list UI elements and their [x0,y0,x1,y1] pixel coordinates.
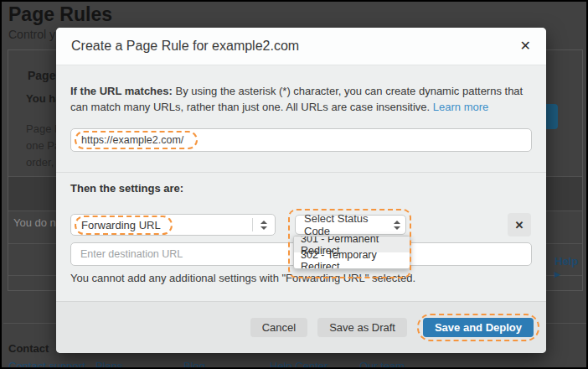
section-divider [56,172,546,173]
status-code-placeholder: Select Status Code [304,212,389,237]
remove-setting-button[interactable]: ✕ [508,213,531,236]
url-pattern-input[interactable]: https://example2.com/ [70,128,532,152]
modal-body: If the URL matches: By using the asteris… [56,65,546,301]
save-as-draft-button[interactable]: Save as Draft [317,318,407,337]
setting-type-select[interactable]: Forwarding URL [70,214,276,236]
settings-heading: Then the settings are: [70,182,183,195]
status-code-select[interactable]: Select Status Code [295,215,406,235]
help-link: Help ▸ [554,255,582,280]
annotation-save-and-deploy: Save and Deploy [417,314,539,341]
empty-state-text: You do n [13,216,56,229]
url-match-label: If the URL matches: [70,85,173,97]
footer-link-plans: Plans [95,360,123,369]
save-and-deploy-button[interactable]: Save and Deploy [423,318,534,337]
modal-footer: Cancel Save as Draft Save and Deploy [56,301,546,353]
close-icon[interactable]: ✕ [520,39,531,53]
status-option-302[interactable]: 302 - Temporary Redirect [294,252,410,268]
footer-link-our-team: Our team [359,360,405,369]
select-right-zone [389,216,405,234]
learn-more-link[interactable]: Learn more [433,101,488,113]
select-right-zone [252,215,275,235]
status-code-dropdown-menu: 301 - Permanent Redirect 302 - Temporary… [293,236,410,269]
modal-header: Create a Page Rule for example2.com ✕ [56,28,546,65]
annotation-url-value: https://example2.com/ [75,131,198,149]
footer-link-contact-support: Contact support [8,360,85,369]
url-pattern-value: https://example2.com/ [81,134,183,146]
annotation-forwarding-url: Forwarding URL [75,216,173,235]
footer-link-help-center: Help Center [270,360,328,369]
footer-link-blog: Blog [183,360,205,369]
cancel-button[interactable]: Cancel [250,318,307,337]
chevron-up-down-icon [389,221,405,230]
chevron-up-down-icon [253,221,275,230]
footer-contact-heading: Contact [8,342,49,355]
screenshot-root: Page Rules Control y Page You ha Page R … [0,0,588,369]
page-subtitle: Control y [8,28,55,41]
page-title: Page Rules [8,3,112,26]
card-section-label: Page [28,69,55,82]
settings-note: You cannot add any additional settings w… [70,272,415,284]
modal-title: Create a Page Rule for example2.com [71,39,299,54]
create-page-rule-modal: Create a Page Rule for example2.com ✕ If… [56,28,546,353]
url-match-description: If the URL matches: By using the asteris… [70,83,534,115]
setting-type-value: Forwarding URL [81,219,161,231]
